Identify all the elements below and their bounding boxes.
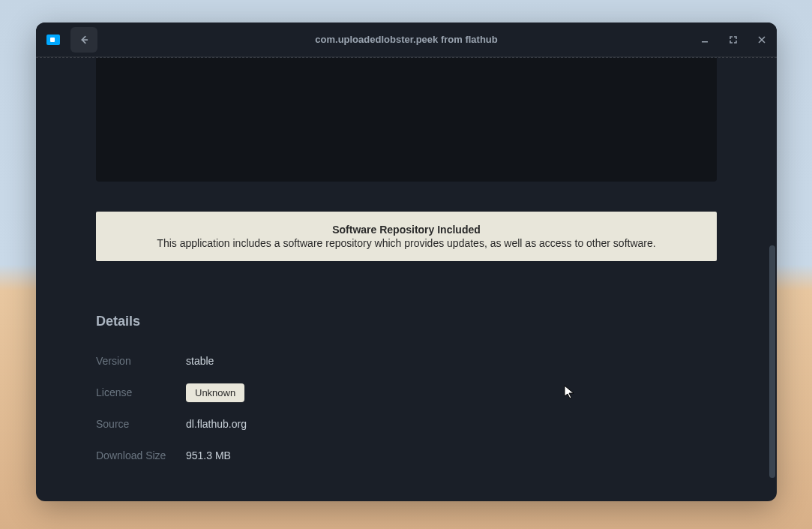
license-badge[interactable]: Unknown: [186, 383, 244, 402]
maximize-button[interactable]: [724, 31, 742, 49]
minimize-icon: [701, 36, 709, 44]
close-button[interactable]: [753, 31, 771, 49]
detail-row-source: Source dl.flathub.org: [96, 413, 717, 434]
maximize-icon: [729, 35, 738, 44]
details-section: Details Version stable License Unknown S…: [96, 314, 717, 466]
scrollbar-thumb[interactable]: [769, 245, 775, 478]
arrow-left-icon: [79, 35, 89, 45]
notice-text: This application includes a software rep…: [111, 237, 702, 249]
back-button[interactable]: [70, 27, 97, 53]
window-controls: [696, 31, 771, 49]
svg-rect-0: [702, 41, 708, 43]
content-area[interactable]: Software Repository Included This applic…: [36, 57, 777, 501]
details-heading: Details: [96, 314, 717, 329]
detail-label: License: [96, 386, 186, 398]
app-icon: [46, 35, 60, 45]
detail-value: 951.3 MB: [186, 449, 231, 461]
titlebar: com.uploadedlobster.peek from flathub: [36, 23, 777, 57]
close-icon: [758, 36, 766, 44]
window-title: com.uploadedlobster.peek from flathub: [315, 34, 497, 45]
minimize-button[interactable]: [696, 31, 714, 49]
repository-notice-banner: Software Repository Included This applic…: [96, 212, 717, 261]
notice-title: Software Repository Included: [111, 224, 702, 236]
detail-label: Download Size: [96, 449, 186, 461]
detail-label: Version: [96, 355, 186, 367]
app-window: com.uploadedlobster.peek from flathub: [36, 23, 777, 501]
detail-row-download-size: Download Size 951.3 MB: [96, 445, 717, 466]
detail-value: stable: [186, 355, 214, 367]
detail-row-license: License Unknown: [96, 382, 717, 403]
detail-row-version: Version stable: [96, 350, 717, 371]
screenshot-placeholder: [96, 58, 717, 182]
detail-label: Source: [96, 418, 186, 430]
detail-value: dl.flathub.org: [186, 418, 247, 430]
